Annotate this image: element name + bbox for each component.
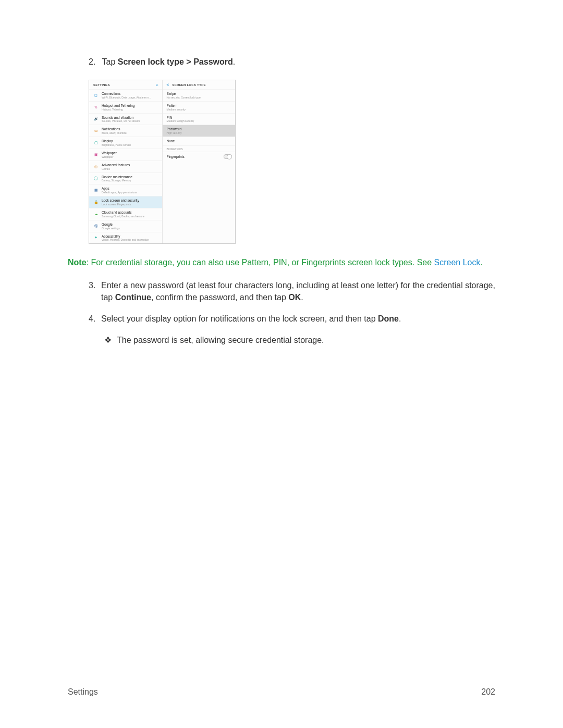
back-chevron-icon: < xyxy=(167,82,169,87)
accessibility-icon: ✦ xyxy=(93,235,99,240)
settings-header: SETTINGS ⌕ xyxy=(89,80,162,89)
settings-pane: SETTINGS ⌕ ◻ConnectionsWi-Fi, Bluetooth,… xyxy=(89,80,163,243)
apps-icon: ▦ xyxy=(93,188,99,193)
step-2: 2. Tap Screen lock type > Password. xyxy=(89,57,495,67)
settings-row-display: ▢DisplayBrightness, Home screen xyxy=(89,137,162,149)
locktype-header: < SCREEN LOCK TYPE xyxy=(163,80,236,89)
result-text: The password is set, allowing secure cre… xyxy=(117,334,324,346)
footer-page-number: 202 xyxy=(481,687,495,697)
step-4-b1: Done xyxy=(378,314,399,323)
note-label: Note xyxy=(68,258,87,267)
settings-row-maintenance: ◯Device maintenanceBattery, Storage, Mem… xyxy=(89,172,162,184)
step-2-number: 2. xyxy=(89,57,95,66)
sounds-icon: 🔊 xyxy=(93,116,99,121)
settings-row-hotspot: ⇅Hotspot and TetheringHotspot, Tethering xyxy=(89,101,162,113)
step-3-number: 3. xyxy=(89,279,101,303)
lock-icon: 🔒 xyxy=(93,200,99,205)
footer-section: Settings xyxy=(68,687,98,697)
step-3-b1: Continue xyxy=(115,293,151,302)
step-4-p2: . xyxy=(399,314,401,323)
step-3-p3: . xyxy=(301,293,303,302)
step-4-p1: Select your display option for notificat… xyxy=(101,314,378,323)
advanced-icon: ◎ xyxy=(93,164,99,169)
settings-row-accessibility: ✦AccessibilityVision, Hearing, Dexterity… xyxy=(89,232,162,244)
locktype-password: PasswordHigh security xyxy=(163,125,236,137)
notifications-icon: ▭ xyxy=(93,128,99,133)
fingerprints-toggle xyxy=(224,154,232,159)
step-3-b2: OK xyxy=(288,293,301,302)
step-4-number: 4. xyxy=(89,313,101,325)
fingerprints-label: Fingerprints xyxy=(167,155,185,158)
locktype-header-title: SCREEN LOCK TYPE xyxy=(172,83,205,87)
note-link-screen-lock[interactable]: Screen Lock xyxy=(434,258,481,267)
step-2-bold: Screen lock type > Password xyxy=(118,57,233,66)
settings-row-sounds: 🔊Sounds and vibrationSounds, Vibration, … xyxy=(89,113,162,125)
google-icon: ⓖ xyxy=(93,224,99,229)
locktype-none: None xyxy=(163,137,236,145)
step-4: 4. Select your display option for notifi… xyxy=(89,313,495,325)
note-block: Note: For credential storage, you can al… xyxy=(68,257,495,268)
step-2-suffix: . xyxy=(233,57,235,66)
step-2-prefix: Tap xyxy=(102,57,118,66)
locktype-swipe: SwipeNo security, Current lock type xyxy=(163,89,236,101)
cloud-icon: ☁ xyxy=(93,212,99,217)
locktype-pane: < SCREEN LOCK TYPE SwipeNo security, Cur… xyxy=(163,80,236,243)
step-3-p2: , confirm the password, and then tap xyxy=(151,293,288,302)
wallpaper-icon: ▣ xyxy=(93,152,99,157)
settings-row-apps: ▦AppsDefault apps, App permissions xyxy=(89,184,162,196)
connections-icon: ◻ xyxy=(93,93,99,98)
diamond-bullet-icon: ❖ xyxy=(104,334,112,346)
settings-row-advanced: ◎Advanced featuresGames xyxy=(89,161,162,172)
settings-row-notifications: ▭NotificationsBlock, allow, prioritize xyxy=(89,125,162,137)
settings-row-cloud: ☁Cloud and accountsSamsung Cloud, Backup… xyxy=(89,208,162,220)
maintenance-icon: ◯ xyxy=(93,176,99,181)
settings-row-google: ⓖGoogleGoogle settings xyxy=(89,220,162,232)
display-icon: ▢ xyxy=(93,140,99,145)
settings-row-lockscreen: 🔒Lock screen and securityLock screen, Fi… xyxy=(89,196,162,208)
biometrics-label: BIOMETRICS xyxy=(163,145,236,152)
settings-row-wallpaper: ▣WallpaperWallpaper xyxy=(89,149,162,161)
page-footer: Settings 202 xyxy=(68,687,495,697)
hotspot-icon: ⇅ xyxy=(93,105,99,110)
step-3: 3. Enter a new password (at least four c… xyxy=(89,279,495,303)
search-icon: ⌕ xyxy=(156,82,158,87)
step-4-result: ❖ The password is set, allowing secure c… xyxy=(104,334,495,346)
note-text: : For credential storage, you can also u… xyxy=(87,258,434,267)
locktype-pin: PINMedium to high security xyxy=(163,113,236,125)
note-suffix: . xyxy=(480,258,482,267)
settings-header-title: SETTINGS xyxy=(93,83,110,87)
locktype-fingerprints: Fingerprints xyxy=(163,152,236,161)
settings-row-connections: ◻ConnectionsWi-Fi, Bluetooth, Data usage… xyxy=(89,89,162,101)
locktype-pattern: PatternMedium security xyxy=(163,101,236,113)
screenshot-lock-type: SETTINGS ⌕ ◻ConnectionsWi-Fi, Bluetooth,… xyxy=(89,80,236,244)
